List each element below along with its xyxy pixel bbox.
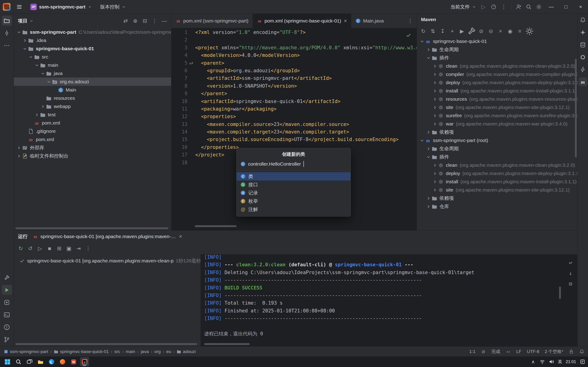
idea-button[interactable]: IJ [80,357,89,366]
project-widget[interactable]: SP ssm-springmvc-part [28,2,94,12]
code-vision-icon[interactable]: ‹› [506,349,511,354]
tree-item[interactable]: 临时文件和控制台 [14,152,171,160]
rerun-icon[interactable]: ↻ [16,244,25,253]
horizontal-scrollbar[interactable] [204,343,250,345]
breadcrumb-item[interactable]: adouzi [177,349,196,354]
services-icon[interactable] [2,297,12,307]
chevron-right-icon[interactable] [432,122,438,126]
network-icon[interactable] [540,359,545,365]
tree-item[interactable]: 仓库 [417,202,578,211]
more-tools-icon[interactable] [2,40,12,50]
breadcrumb-item[interactable]: org [154,349,161,354]
file-encoding[interactable]: UTF-8 [527,349,539,354]
chevron-down-icon[interactable] [425,155,432,159]
start-button[interactable] [3,357,12,366]
popup-kind-option[interactable]: @注解 [237,205,351,214]
chevron-right-icon[interactable] [16,145,22,150]
settings-icon[interactable] [534,2,544,12]
explorer-button[interactable] [36,357,45,366]
tree-item[interactable]: CMain [14,86,171,94]
breadcrumb-item[interactable]: src [114,349,120,354]
screenshot-icon[interactable]: ▣ [64,244,73,253]
project-folder-icon[interactable] [2,16,12,26]
tree-item[interactable]: war(org.apache.maven.plugins:maven-war-p… [417,120,578,128]
tree-item[interactable]: 插件 [417,153,578,161]
tree-item[interactable]: org.eu.adouzi [14,77,171,86]
task-view-button[interactable] [25,357,34,366]
scroll-down-icon[interactable]: ↓ [566,269,575,278]
run-config-selector[interactable]: 当前文件 [448,2,478,12]
search-button[interactable] [14,357,23,366]
chevron-right-icon[interactable] [425,204,432,209]
hide-icon[interactable]: — [160,16,169,25]
indent-config[interactable]: 2 个空格* [545,349,563,355]
offline-icon[interactable]: ⊝ [486,27,495,36]
close-tab-icon[interactable]: × [179,234,182,240]
search-everywhere-icon[interactable] [524,2,534,12]
main-menu-icon[interactable] [14,2,24,12]
breadcrumb-item[interactable]: springmvc-base-quick-01 [54,349,109,354]
rerun-failed-icon[interactable]: ↺ [26,244,35,253]
tree-item[interactable]: java [14,69,171,77]
chevron-right-icon[interactable] [22,38,28,43]
tree-item[interactable]: compiler(org.apache.maven.plugins:maven-… [417,70,578,78]
tree-item[interactable]: install(org.apache.maven.plugins:maven-i… [417,87,578,95]
chevron-right-icon[interactable] [425,47,432,52]
run-tool-icon[interactable] [2,285,12,295]
chevron-right-icon[interactable] [425,196,432,201]
gradle-icon[interactable] [579,53,587,61]
tree-item[interactable]: site(org.apache.maven.plugins:maven-site… [417,186,578,194]
line-separator[interactable]: LF [516,349,521,354]
chevron-right-icon[interactable] [432,80,438,85]
run-tree-item[interactable]: springmvc-base-quick-01 [org.apache.mave… [14,254,200,264]
tree-item[interactable]: test [14,110,171,119]
tree-item[interactable]: clean(org.apache.maven.plugins:maven-cle… [417,161,578,169]
chevron-right-icon[interactable] [432,171,438,176]
tree-item[interactable]: mspringmvc-base-quick-01 [417,37,578,45]
editor-tab[interactable]: mpom.xml (springmvc-base-quick-01)× [253,14,351,28]
window-close-button[interactable]: × [573,0,588,14]
chevron-down-icon[interactable] [22,46,28,51]
window-maximize-button[interactable]: □ [559,0,573,14]
run-tab[interactable]: m springmvc-base-quick-01 [org.apache.ma… [33,234,182,240]
stop-icon[interactable]: ■ [45,244,54,253]
project-panel-title[interactable]: 项目 [18,18,34,24]
endpoints-icon[interactable] [579,65,587,74]
ai-assistant-icon[interactable] [579,28,587,37]
horizontal-scrollbar[interactable] [195,225,237,227]
tree-item[interactable]: mpom.xml [14,119,171,127]
locate-file-icon[interactable]: ⊕ [131,16,140,25]
collapse-all-icon[interactable]: ⊟ [140,16,149,25]
inspections-ok-icon[interactable] [406,32,412,38]
dependencies-icon[interactable]: ≡ [515,27,524,36]
refresh-icon[interactable]: ↻ [419,27,428,36]
chevron-right-icon[interactable] [432,113,438,118]
vertical-scrollbar[interactable] [575,59,577,157]
tree-item[interactable]: src [14,53,171,61]
clock[interactable]: 21:01 [566,359,576,364]
close-icon[interactable]: × [496,27,505,36]
chevron-right-icon[interactable] [432,89,438,93]
chevron-down-icon[interactable] [27,55,34,59]
code-with-me-icon[interactable] [514,2,524,12]
database-icon[interactable] [579,40,587,49]
chevron-down-icon[interactable] [16,30,22,35]
terminal-icon[interactable] [2,310,12,320]
chevron-right-icon[interactable] [432,64,438,69]
popup-kind-option[interactable]: I接口 [237,181,351,189]
breadcrumb-item[interactable]: eu [166,349,171,354]
chevron-down-icon[interactable] [45,79,52,84]
skip-tests-icon[interactable]: ⊘ [477,27,486,36]
tree-item[interactable]: deploy(org.apache.maven.plugins:maven-de… [417,169,578,177]
tree-item[interactable]: install(org.apache.maven.plugins:maven-i… [417,177,578,186]
chevron-right-icon[interactable] [40,104,46,109]
vcs-widget[interactable]: 版本控制 [98,2,128,12]
tree-item[interactable]: 插件 [417,54,578,62]
chevron-right-icon[interactable] [432,188,438,192]
breadcrumb-item[interactable]: ssm-springmvc-part [4,349,48,354]
caret-position[interactable]: 1:1 [469,349,475,354]
chevron-right-icon[interactable] [425,130,432,135]
chevron-right-icon[interactable] [16,154,22,158]
tree-item[interactable]: resources [14,94,171,102]
scroll-end-icon[interactable]: ⇥ [74,244,83,253]
